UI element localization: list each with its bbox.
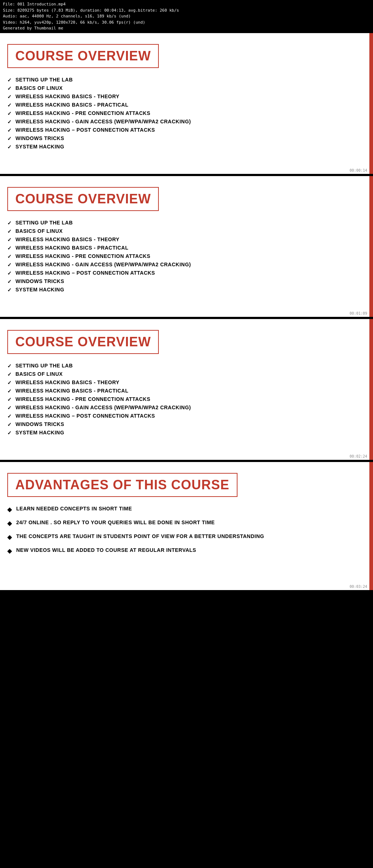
advantage-item: ◆24/7 ONLINE . SO REPLY TO YOUR QUERIES … [7, 519, 366, 527]
section1-title: COURSE OVERVIEW [15, 48, 151, 64]
list-item: ✓SYSTEM HACKING [7, 144, 366, 150]
diamond-icon: ◆ [7, 506, 12, 513]
list-item: ✓WIRELESS HACKING - GAIN ACCESS (WEP/WPA… [7, 119, 366, 125]
item-text: WIRELESS HACKING - PRE CONNECTION ATTACK… [16, 396, 150, 402]
list-item: ✓WIRELESS HACKING BASICS - THEORY [7, 236, 366, 243]
file-info-line3: Audio: aac, 44000 Hz, 2 channels, s16, 1… [3, 13, 370, 20]
course-overview-section-2: COURSE OVERVIEW ✓SETTING UP THE LAB ✓BAS… [0, 176, 373, 319]
list-item: ✓WINDOWS TRICKS [7, 421, 366, 427]
item-text: BASICS OF LINUX [16, 85, 63, 91]
file-info-line5: Generated by Thumbnail me [3, 25, 370, 32]
course-overview-section-1: COURSE OVERVIEW ✓SETTING UP THE LAB ✓BAS… [0, 33, 373, 176]
list-item: ✓BASICS OF LINUX [7, 371, 366, 377]
advantage-item: ◆LEARN NEEDED CONCEPTS IN SHORT TIME [7, 506, 366, 513]
item-text: WIRELESS HACKING - GAIN ACCESS (WEP/WPA/… [16, 405, 191, 410]
item-text: WINDOWS TRICKS [16, 278, 64, 284]
section2-list: ✓SETTING UP THE LAB ✓BASICS OF LINUX ✓WI… [7, 220, 366, 293]
checkmark-icon: ✓ [7, 127, 12, 133]
checkmark-icon: ✓ [7, 136, 12, 142]
checkmark-icon: ✓ [7, 111, 12, 116]
advantages-title-box: ADVANTAGES OF THIS COURSE [7, 473, 237, 497]
item-text: WIRELESS HACKING BASICS - PRACTICAL [16, 388, 129, 394]
list-item: ✓BASICS OF LINUX [7, 228, 366, 234]
checkmark-icon: ✓ [7, 413, 12, 419]
list-item: ✓WIRELESS HACKING BASICS - THEORY [7, 379, 366, 386]
advantage-text: NEW VIDEOS WILL BE ADDED TO COURSE AT RE… [16, 547, 196, 553]
checkmark-icon: ✓ [7, 397, 12, 402]
checkmark-icon: ✓ [7, 363, 12, 369]
item-text: WIRELESS HACKING - PRE CONNECTION ATTACK… [16, 253, 150, 259]
item-text: WIRELESS HACKING - PRE CONNECTION ATTACK… [16, 110, 150, 116]
section3-list: ✓SETTING UP THE LAB ✓BASICS OF LINUX ✓WI… [7, 363, 366, 436]
section1-list: ✓SETTING UP THE LAB ✓BASICS OF LINUX ✓WI… [7, 77, 366, 150]
checkmark-icon: ✓ [7, 279, 12, 284]
section3-title-box: COURSE OVERVIEW [7, 330, 159, 354]
item-text: WIRELESS HACKING – POST CONNECTION ATTAC… [16, 270, 155, 276]
advantage-text: THE CONCEPTS ARE TAUGHT IN STUDENTS POIN… [16, 533, 264, 539]
file-info-panel: File: 001 Introduction.mp4 Size: 8209275… [0, 0, 373, 33]
item-text: SETTING UP THE LAB [16, 77, 73, 83]
list-item: ✓SETTING UP THE LAB [7, 363, 366, 369]
list-item: ✓SETTING UP THE LAB [7, 220, 366, 226]
checkmark-icon: ✓ [7, 144, 12, 150]
checkmark-icon: ✓ [7, 94, 12, 100]
list-item: ✓WINDOWS TRICKS [7, 278, 366, 284]
course-overview-section-3: COURSE OVERVIEW ✓SETTING UP THE LAB ✓BAS… [0, 319, 373, 462]
item-text: WIRELESS HACKING BASICS - THEORY [16, 93, 119, 99]
item-text: SETTING UP THE LAB [16, 220, 73, 226]
diamond-icon: ◆ [7, 548, 12, 554]
checkmark-icon: ✓ [7, 262, 12, 268]
list-item: ✓WIRELESS HACKING - PRE CONNECTION ATTAC… [7, 110, 366, 116]
item-text: WIRELESS HACKING - GAIN ACCESS (WEP/WPA/… [16, 262, 191, 267]
list-item: ✓SETTING UP THE LAB [7, 77, 366, 83]
item-text: BASICS OF LINUX [16, 371, 63, 377]
checkmark-icon: ✓ [7, 270, 12, 276]
list-item: ✓WIRELESS HACKING BASICS - THEORY [7, 93, 366, 100]
checkmark-icon: ✓ [7, 380, 12, 386]
item-text: WIRELESS HACKING BASICS - PRACTICAL [16, 245, 129, 251]
file-info-line2: Size: 8209275 bytes (7.83 MiB), duration… [3, 8, 370, 14]
list-item: ✓WIRELESS HACKING - GAIN ACCESS (WEP/WPA… [7, 262, 366, 268]
list-item: ✓WIRELESS HACKING - GAIN ACCESS (WEP/WPA… [7, 405, 366, 411]
list-item: ✓WIRELESS HACKING - PRE CONNECTION ATTAC… [7, 396, 366, 402]
item-text: WIRELESS HACKING BASICS - THEORY [16, 379, 119, 385]
checkmark-icon: ✓ [7, 220, 12, 226]
advantage-item: ◆THE CONCEPTS ARE TAUGHT IN STUDENTS POI… [7, 533, 366, 541]
checkmark-icon: ✓ [7, 85, 12, 91]
advantages-title: ADVANTAGES OF THIS COURSE [15, 477, 229, 493]
checkmark-icon: ✓ [7, 119, 12, 125]
list-item: ✓WIRELESS HACKING BASICS - PRACTICAL [7, 245, 366, 251]
checkmark-icon: ✓ [7, 254, 12, 259]
list-item: ✓SYSTEM HACKING [7, 430, 366, 436]
checkmark-icon: ✓ [7, 388, 12, 394]
item-text: WIRELESS HACKING – POST CONNECTION ATTAC… [16, 413, 155, 419]
advantages-section: ADVANTAGES OF THIS COURSE ◆LEARN NEEDED … [0, 462, 373, 592]
advantage-item: ◆NEW VIDEOS WILL BE ADDED TO COURSE AT R… [7, 547, 366, 554]
checkmark-icon: ✓ [7, 405, 12, 411]
item-text: WIRELESS HACKING - GAIN ACCESS (WEP/WPA/… [16, 119, 191, 124]
item-text: WINDOWS TRICKS [16, 135, 64, 141]
item-text: BASICS OF LINUX [16, 228, 63, 234]
item-text: SETTING UP THE LAB [16, 363, 73, 369]
checkmark-icon: ✓ [7, 102, 12, 108]
item-text: WIRELESS HACKING BASICS - PRACTICAL [16, 102, 129, 108]
checkmark-icon: ✓ [7, 228, 12, 234]
list-item: ✓WIRELESS HACKING – POST CONNECTION ATTA… [7, 413, 366, 419]
checkmark-icon: ✓ [7, 287, 12, 293]
item-text: SYSTEM HACKING [16, 144, 64, 150]
checkmark-icon: ✓ [7, 237, 12, 243]
advantage-text: 24/7 ONLINE . SO REPLY TO YOUR QUERIES W… [16, 519, 215, 525]
list-item: ✓WINDOWS TRICKS [7, 135, 366, 142]
item-text: WIRELESS HACKING BASICS - THEORY [16, 236, 119, 242]
section3-timestamp: 00:02:24 [350, 454, 367, 458]
advantages-list: ◆LEARN NEEDED CONCEPTS IN SHORT TIME ◆24… [7, 506, 366, 554]
item-text: SYSTEM HACKING [16, 287, 64, 292]
section2-title-box: COURSE OVERVIEW [7, 187, 159, 211]
list-item: ✓SYSTEM HACKING [7, 287, 366, 293]
item-text: WINDOWS TRICKS [16, 421, 64, 427]
list-item: ✓WIRELESS HACKING – POST CONNECTION ATTA… [7, 270, 366, 276]
item-text: WIRELESS HACKING – POST CONNECTION ATTAC… [16, 127, 155, 133]
section1-title-box: COURSE OVERVIEW [7, 44, 159, 68]
file-info-line1: File: 001 Introduction.mp4 [3, 1, 370, 8]
section1-timestamp: 00:00:14 [350, 168, 367, 172]
